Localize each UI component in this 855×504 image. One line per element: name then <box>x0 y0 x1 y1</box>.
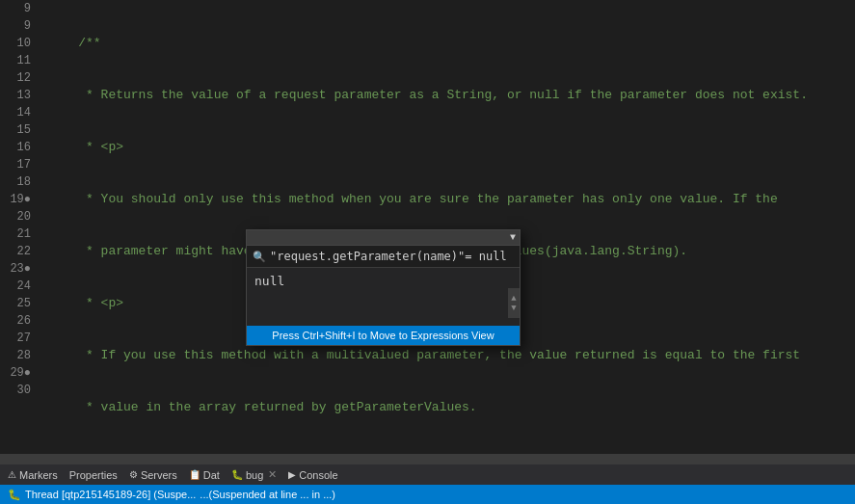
code-line-9a: /** <box>48 35 855 52</box>
code-line-10: * <p> <box>48 139 855 156</box>
line-num-24: 24 <box>0 278 31 295</box>
code-line-14: * If you use this method with a multival… <box>48 347 855 364</box>
toolbar-bug-close[interactable]: ✕ <box>268 468 277 481</box>
debug-bar-extra: ...(Suspended at line ... in ...) <box>200 489 335 500</box>
toolbar-properties[interactable]: Properties <box>69 469 118 481</box>
debug-bar: 🐛 Thread [qtp215145189-26] (Suspe... ...… <box>0 485 855 504</box>
line-num-25: 25 <box>0 295 31 312</box>
servers-icon: ⚙ <box>129 469 138 480</box>
line-num-19: 19● <box>0 191 31 208</box>
toolbar-bug[interactable]: 🐛 bug ✕ <box>231 468 277 481</box>
toolbar-servers[interactable]: ⚙ Servers <box>129 469 177 481</box>
dropdown-collapse-icon[interactable]: ▼ <box>510 232 516 243</box>
code-line-11: * You should only use this method when y… <box>48 191 855 208</box>
dropdown-value: null <box>254 274 284 288</box>
bug-icon: 🐛 <box>231 469 243 480</box>
line-num-18: 18 <box>0 173 31 191</box>
dropdown-header: ▼ <box>247 230 520 246</box>
watch-dropdown[interactable]: ▼ 🔍 "request.getParameter(name)"= null n… <box>246 229 521 346</box>
toolbar-console-label: Console <box>299 469 337 481</box>
code-line-15: * value in the array returned by getPara… <box>48 399 855 416</box>
toolbar-markers[interactable]: ⚠ Markers <box>8 469 58 481</box>
line-num-28: 28 <box>0 347 31 364</box>
line-num-20: 20 <box>0 208 31 225</box>
line-num-14: 14 <box>0 104 31 121</box>
code-area: 9 9 10 11 12 13 14 15 16 17 18 19● 20 21… <box>0 0 855 454</box>
dropdown-search-row: 🔍 "request.getParameter(name)"= null <box>247 246 520 268</box>
toolbar-markers-label: Markers <box>19 469 58 481</box>
debug-bar-icon: 🐛 <box>8 489 21 501</box>
bottom-toolbar: ⚠ Markers Properties ⚙ Servers 📋 Dat 🐛 b… <box>0 464 855 485</box>
line-num-23: 23● <box>0 260 31 278</box>
toolbar-bug-label: bug <box>246 469 263 481</box>
line-num-10: 10 <box>0 35 31 52</box>
line-num-9b: 9 <box>0 17 31 35</box>
dropdown-footer[interactable]: Press Ctrl+Shift+I to Move to Expression… <box>247 326 520 345</box>
console-icon: ▶ <box>288 469 296 480</box>
line-num-15: 15 <box>0 121 31 139</box>
line-num-11: 11 <box>0 52 31 69</box>
toolbar-properties-label: Properties <box>69 469 118 481</box>
scroll-up-icon[interactable]: ▲ <box>511 294 516 304</box>
line-num-30: 30 <box>0 382 31 399</box>
scroll-down-icon[interactable]: ▼ <box>511 304 516 313</box>
line-num-26: 26 <box>0 312 31 330</box>
toolbar-dat-label: Dat <box>203 469 220 481</box>
toolbar-dat[interactable]: 📋 Dat <box>189 469 220 481</box>
line-num-13: 13 <box>0 87 31 104</box>
search-icon: 🔍 <box>253 251 266 263</box>
horizontal-scrollbar[interactable] <box>0 454 855 464</box>
toolbar-console[interactable]: ▶ Console <box>288 469 337 481</box>
line-num-27: 27 <box>0 330 31 347</box>
code-line-9b: * Returns the value of a request paramet… <box>48 87 855 104</box>
line-num-12: 12 <box>0 69 31 87</box>
editor-container: 9 9 10 11 12 13 14 15 16 17 18 19● 20 21… <box>0 0 855 504</box>
debug-bar-text: Thread [qtp215145189-26] (Suspe... <box>25 489 196 500</box>
toolbar-servers-label: Servers <box>141 469 177 481</box>
line-num-22: 22 <box>0 243 31 260</box>
line-numbers: 9 9 10 11 12 13 14 15 16 17 18 19● 20 21… <box>0 0 39 454</box>
dropdown-value-area: null <box>247 268 520 326</box>
dat-icon: 📋 <box>189 469 200 480</box>
line-num-29: 29● <box>0 364 31 382</box>
code-content: /** * Returns the value of a request par… <box>39 0 855 454</box>
line-num-16: 16 <box>0 139 31 156</box>
dropdown-expression: "request.getParameter(name)"= null <box>270 250 507 263</box>
line-num-21: 21 <box>0 225 31 243</box>
dropdown-scrollbar[interactable]: ▲ ▼ <box>508 288 520 318</box>
line-num-17: 17 <box>0 156 31 173</box>
markers-icon: ⚠ <box>8 469 16 480</box>
line-num-9: 9 <box>0 0 31 17</box>
